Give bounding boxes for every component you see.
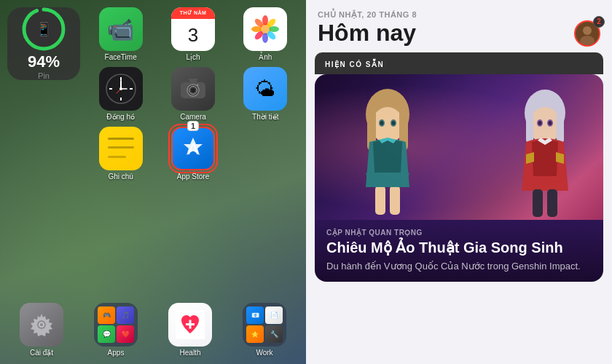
- appstore-label: App Store: [177, 173, 209, 181]
- app-item-calendar[interactable]: THỨ NĂM 3 Lịch: [160, 7, 226, 61]
- app-item-photos[interactable]: Ảnh: [232, 7, 299, 61]
- bottom-app-row: Cài đặt 🎮 🎵 💬 ❤️ Apps Health: [7, 303, 299, 357]
- health-label: Health: [180, 349, 201, 357]
- svg-point-49: [529, 107, 561, 143]
- svg-point-3: [262, 15, 268, 25]
- game-tag: CẬP NHẬT QUAN TRỌNG: [326, 229, 592, 237]
- svg-rect-56: [533, 189, 543, 217]
- app-item-weather[interactable]: 🌤 Thời tiết: [232, 67, 299, 121]
- notification-badge: 2: [593, 16, 605, 28]
- character-right-svg: [494, 85, 596, 220]
- svg-rect-46: [375, 186, 385, 215]
- svg-rect-51: [557, 103, 564, 143]
- app-item-settings[interactable]: Cài đặt: [7, 303, 76, 357]
- game-info-section: CẬP NHẬT QUAN TRỌNG Chiêu Mộ Ảo Thuật Gi…: [315, 220, 603, 282]
- today-title-row: Hôm nay 2: [318, 20, 600, 47]
- app-item-work[interactable]: 📧 📄 ⭐ 🔧 Work: [230, 303, 299, 357]
- app-item-facetime[interactable]: 📹 FaceTime: [87, 7, 154, 61]
- svg-point-26: [191, 88, 195, 92]
- svg-point-27: [196, 84, 198, 87]
- photos-icon: [243, 7, 287, 51]
- camera-icon: [171, 67, 215, 111]
- clock-label: Đồng hồ: [106, 113, 135, 121]
- svg-point-54: [538, 121, 542, 125]
- svg-point-44: [380, 121, 384, 125]
- svg-marker-23: [188, 79, 198, 82]
- battery-label: Pin: [38, 71, 50, 80]
- photos-svg: [251, 15, 280, 44]
- svg-rect-50: [526, 103, 533, 143]
- character-left-svg: [337, 85, 439, 220]
- battery-inner: 📱: [26, 12, 61, 47]
- app-item-clock[interactable]: Đồng hồ: [87, 67, 154, 121]
- svg-point-5: [269, 26, 279, 32]
- today-date: CHỦ NHẬT, 20 THÁNG 8: [318, 10, 600, 20]
- game-title: Chiêu Mộ Ảo Thuật Gia Song Sinh: [326, 240, 592, 256]
- camera-label: Camera: [180, 113, 206, 121]
- calendar-label: Lịch: [186, 53, 200, 61]
- svg-point-11: [261, 25, 270, 33]
- today-header: CHỦ NHẬT, 20 THÁNG 8 Hôm nay 2: [306, 0, 612, 52]
- svg-rect-47: [390, 186, 400, 215]
- svg-point-45: [392, 121, 396, 125]
- today-title: Hôm nay: [318, 20, 416, 47]
- game-description: Du hành đến Vương Quốc Của Nước trong Ge…: [326, 260, 592, 273]
- svg-point-9: [251, 26, 262, 32]
- health-icon: [168, 303, 212, 347]
- app-grid: 📹 FaceTime THỨ NĂM 3 Lịch: [87, 7, 299, 181]
- battery-ring-container: 📱: [22, 7, 66, 51]
- gear-icon: [28, 312, 55, 338]
- work-folder-icon: 📧 📄 ⭐ 🔧: [243, 303, 286, 347]
- battery-phone-icon: 📱: [36, 21, 52, 37]
- facetime-label: FaceTime: [105, 53, 137, 61]
- calendar-day: THỨ NĂM: [180, 10, 207, 16]
- appstore-logo: [179, 135, 207, 162]
- app-item-apps-folder[interactable]: 🎮 🎵 💬 ❤️ Apps: [82, 303, 150, 357]
- notes-icon: [99, 127, 143, 170]
- featured-card[interactable]: CẬP NHẬT QUAN TRỌNG Chiêu Mộ Ảo Thuật Gi…: [315, 74, 603, 282]
- svg-point-7: [262, 33, 268, 43]
- svg-point-21: [119, 87, 122, 90]
- step-number-1: 1: [187, 121, 199, 131]
- notes-label: Ghi chú: [108, 173, 133, 181]
- calendar-icon: THỨ NĂM 3: [171, 7, 215, 51]
- game-artwork: [315, 74, 603, 220]
- avatar-container: 2: [574, 20, 600, 47]
- health-svg: [176, 310, 205, 339]
- apps-folder-icon: 🎮 🎵 💬 ❤️: [94, 303, 138, 347]
- svg-point-36: [583, 26, 592, 35]
- svg-rect-57: [547, 189, 557, 217]
- facetime-icon: 📹: [99, 7, 143, 51]
- settings-icon: [20, 303, 63, 347]
- available-banner: HIỆN CÓ SẴN: [315, 52, 603, 74]
- app-item-appstore[interactable]: 1 A App Store: [160, 127, 226, 181]
- svg-rect-34: [189, 320, 192, 329]
- weather-icon: 🌤: [243, 67, 287, 111]
- clock-icon: [99, 67, 143, 111]
- home-screen: 📱 94% Pin 📹 FaceTime THỨ NĂM 3 Lịch: [0, 0, 306, 364]
- clock-svg: [105, 73, 137, 105]
- app-item-camera[interactable]: Camera: [160, 67, 226, 121]
- work-label: Work: [256, 349, 272, 357]
- svg-point-55: [549, 121, 552, 125]
- app-store-today: CHỦ NHẬT, 20 THÁNG 8 Hôm nay 2 HIỆN CÓ S…: [306, 0, 612, 364]
- settings-label: Cài đặt: [30, 349, 53, 357]
- apps-folder-label: Apps: [108, 349, 125, 357]
- app-item-notes[interactable]: Ghi chú: [87, 127, 154, 181]
- app-item-health[interactable]: Health: [156, 303, 224, 357]
- svg-point-30: [37, 320, 46, 329]
- available-badge-text: HIỆN CÓ SẴN: [325, 60, 384, 68]
- weather-label: Thời tiết: [252, 113, 278, 121]
- battery-percent: 94%: [28, 52, 60, 71]
- battery-widget[interactable]: 📱 94% Pin: [7, 7, 80, 80]
- calendar-date: 3: [188, 24, 198, 47]
- camera-svg: [180, 78, 206, 100]
- photos-label: Ảnh: [259, 53, 272, 61]
- appstore-icon: A: [171, 127, 215, 170]
